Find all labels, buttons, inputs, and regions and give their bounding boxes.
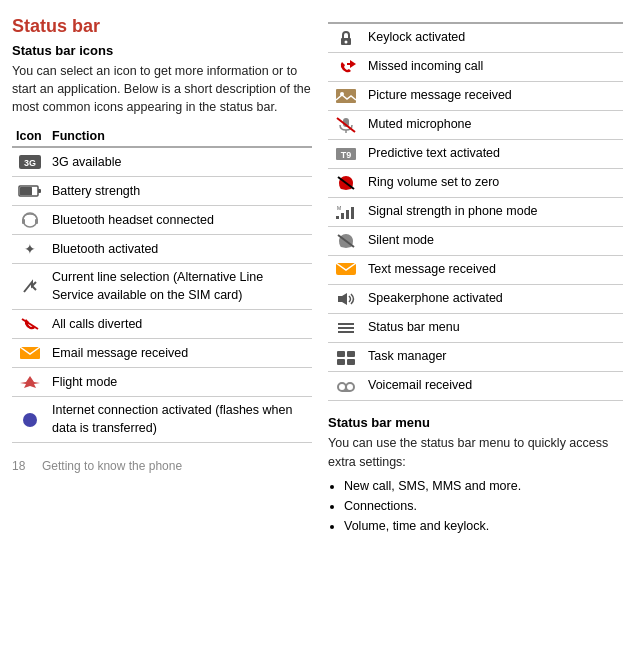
right-table-row: Keylock activated [328, 23, 623, 53]
svg-rect-22 [336, 216, 339, 219]
left-icon-cell: 3G [12, 147, 48, 177]
right-icon-cell [328, 82, 364, 111]
right-icon-cell [328, 169, 364, 198]
bullet-item: Volume, time and keylock. [344, 516, 623, 536]
page-number: 18 Getting to know the phone [12, 459, 312, 473]
right-function-cell: Status bar menu [364, 314, 623, 343]
right-table-row: Silent mode [328, 227, 623, 256]
svg-rect-36 [347, 359, 355, 365]
status-bar-menu-desc: You can use the status bar menu to quick… [328, 434, 623, 472]
left-icon-cell [12, 397, 48, 443]
left-table-row: Bluetooth headset connected [12, 206, 312, 235]
left-icon-cell [12, 177, 48, 206]
svg-rect-6 [22, 219, 25, 224]
svg-rect-7 [35, 219, 38, 224]
svg-text:3G: 3G [24, 158, 36, 168]
right-icon-cell [328, 314, 364, 343]
right-table-row: Ring volume set to zero [328, 169, 623, 198]
status-bar-menu-title: Status bar menu [328, 415, 623, 430]
right-function-cell: Voicemail received [364, 372, 623, 401]
left-icon-cell [12, 310, 48, 339]
left-icon-table: Icon Function 3G 3G available Battery st… [12, 126, 312, 443]
left-table-row: ✦ Bluetooth activated [12, 235, 312, 264]
right-function-cell: Predictive text activated [364, 140, 623, 169]
right-table-row: Speakerphone activated [328, 285, 623, 314]
left-icon-cell [12, 368, 48, 397]
status-bar-menu-bullets: New call, SMS, MMS and more.Connections.… [328, 476, 623, 536]
left-function-cell: Battery strength [48, 177, 312, 206]
left-function-cell: Email message received [48, 339, 312, 368]
left-icon-cell [12, 264, 48, 310]
section-title: Status bar [12, 16, 312, 37]
right-icon-cell: T9 [328, 140, 364, 169]
right-col-function-header [364, 16, 623, 23]
right-function-cell: Ring volume set to zero [364, 169, 623, 198]
right-table-row: Status bar menu [328, 314, 623, 343]
left-table-row: Flight mode [12, 368, 312, 397]
right-table-row: Task manager [328, 343, 623, 372]
bullet-item: New call, SMS, MMS and more. [344, 476, 623, 496]
left-icon-cell: ✦ [12, 235, 48, 264]
left-function-cell: All calls diverted [48, 310, 312, 339]
right-function-cell: Speakerphone activated [364, 285, 623, 314]
svg-rect-25 [351, 207, 354, 219]
left-table-row: Email message received [12, 339, 312, 368]
svg-rect-24 [346, 210, 349, 219]
right-icon-cell [328, 343, 364, 372]
svg-rect-33 [337, 351, 345, 357]
svg-rect-14 [336, 89, 356, 103]
right-column: Keylock activated Missed incoming call P… [328, 16, 623, 536]
svg-point-13 [345, 41, 348, 44]
left-icon-cell [12, 206, 48, 235]
right-function-cell: Task manager [364, 343, 623, 372]
left-table-row: 3G 3G available [12, 147, 312, 177]
svg-marker-29 [338, 293, 347, 305]
right-icon-cell [328, 372, 364, 401]
svg-rect-34 [347, 351, 355, 357]
col-function-header: Function [48, 126, 312, 147]
right-table-row: Voicemail received [328, 372, 623, 401]
svg-point-11 [23, 413, 37, 427]
bullet-item: Connections. [344, 496, 623, 516]
left-icon-cell [12, 339, 48, 368]
left-table-row: Battery strength [12, 177, 312, 206]
left-function-cell: Internet connection activated (flashes w… [48, 397, 312, 443]
right-function-cell: Signal strength in phone mode [364, 198, 623, 227]
right-table-row: Text message received [328, 256, 623, 285]
right-table-row: M Signal strength in phone mode [328, 198, 623, 227]
left-function-cell: Flight mode [48, 368, 312, 397]
right-icon-cell [328, 111, 364, 140]
right-table-row: Picture message received [328, 82, 623, 111]
svg-text:✦: ✦ [24, 241, 36, 257]
right-function-cell: Missed incoming call [364, 53, 623, 82]
right-function-cell: Muted microphone [364, 111, 623, 140]
svg-text:T9: T9 [341, 150, 352, 160]
page-container: Status bar Status bar icons You can sele… [0, 0, 635, 552]
left-column: Status bar Status bar icons You can sele… [12, 16, 312, 536]
col-icon-header: Icon [12, 126, 48, 147]
right-function-cell: Silent mode [364, 227, 623, 256]
right-icon-cell [328, 227, 364, 256]
svg-point-38 [346, 383, 354, 391]
right-table-row: Missed incoming call [328, 53, 623, 82]
right-col-icon-header [328, 16, 364, 23]
svg-point-37 [338, 383, 346, 391]
right-icon-cell: M [328, 198, 364, 227]
right-icon-cell [328, 23, 364, 53]
left-table-row: Internet connection activated (flashes w… [12, 397, 312, 443]
left-table-row: Current line selection (Alternative Line… [12, 264, 312, 310]
right-icon-table: Keylock activated Missed incoming call P… [328, 16, 623, 401]
left-subtitle: Status bar icons [12, 43, 312, 58]
right-function-cell: Text message received [364, 256, 623, 285]
left-function-cell: Current line selection (Alternative Line… [48, 264, 312, 310]
svg-text:M: M [337, 205, 341, 211]
svg-rect-23 [341, 213, 344, 219]
right-function-cell: Picture message received [364, 82, 623, 111]
right-icon-cell [328, 285, 364, 314]
right-table-row: Muted microphone [328, 111, 623, 140]
right-table-row: T9 Predictive text activated [328, 140, 623, 169]
svg-rect-3 [38, 189, 41, 193]
right-icon-cell [328, 256, 364, 285]
svg-rect-35 [337, 359, 345, 365]
left-table-row: All calls diverted [12, 310, 312, 339]
